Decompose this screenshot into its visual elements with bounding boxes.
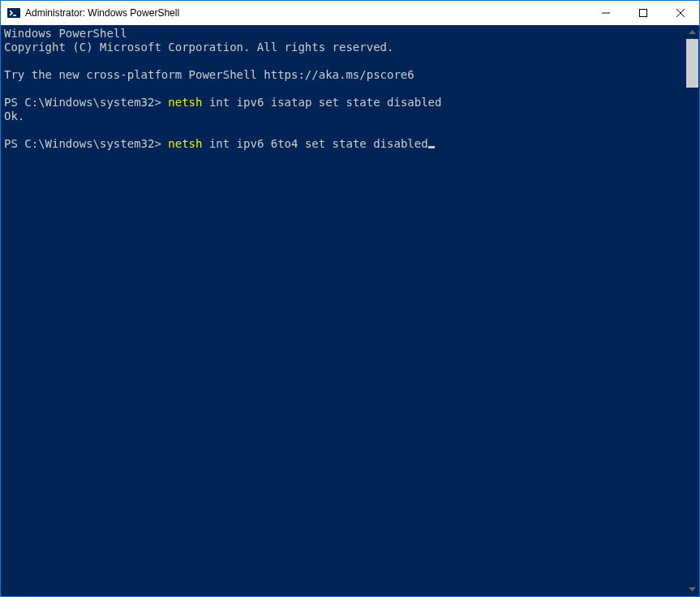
powershell-icon: [7, 6, 20, 19]
powershell-window: Administrator: Windows PowerShell Window: [0, 0, 700, 597]
window-title: Administrator: Windows PowerShell: [25, 7, 587, 19]
terminal-content: Windows PowerShell Copyright (C) Microso…: [1, 25, 699, 152]
terminal-line: Try the new cross-platform PowerShell ht…: [4, 68, 414, 81]
maximize-button[interactable]: [625, 1, 662, 25]
svg-rect-3: [640, 10, 647, 17]
titlebar[interactable]: Administrator: Windows PowerShell: [1, 1, 699, 25]
terminal-line: Ok.: [4, 110, 24, 122]
terminal-area[interactable]: Windows PowerShell Copyright (C) Microso…: [1, 25, 699, 596]
minimize-button[interactable]: [587, 1, 625, 25]
command-exe: netsh: [168, 96, 209, 109]
command-args: int ipv6 6to4 set state disabled: [209, 137, 428, 150]
svg-rect-0: [7, 8, 20, 18]
cursor: [428, 146, 435, 148]
scrollbar-up-arrow[interactable]: [685, 25, 699, 39]
command-exe: netsh: [168, 137, 209, 150]
close-button[interactable]: [662, 1, 699, 25]
terminal-line: Windows PowerShell: [4, 27, 127, 40]
scrollbar[interactable]: [685, 25, 699, 596]
terminal-line: Copyright (C) Microsoft Corporation. All…: [4, 41, 393, 54]
scrollbar-down-arrow[interactable]: [685, 582, 699, 596]
prompt: PS C:\Windows\system32>: [4, 137, 168, 150]
window-controls: [587, 1, 699, 25]
command-args: int ipv6 isatap set state disabled: [209, 96, 442, 109]
prompt: PS C:\Windows\system32>: [4, 96, 168, 109]
scrollbar-thumb[interactable]: [686, 39, 698, 88]
